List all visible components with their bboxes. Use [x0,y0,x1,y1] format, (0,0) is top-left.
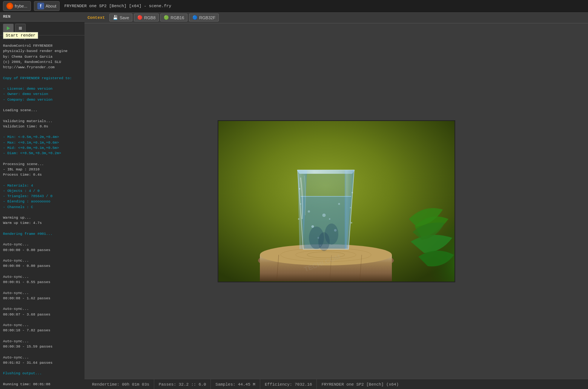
main-layout: REN Start render Render log RandomContro… [0,12,588,389]
start-render-button[interactable] [3,24,14,33]
rgb8-icon: 🔴 [137,15,143,20]
render-label: Render log [3,36,26,40]
log-line: Warm up time: 4.7s [3,221,81,226]
log-line: Running time: 00:01:08 [3,382,81,387]
log-line [3,237,81,242]
log-line [3,349,81,355]
log-line: 00:00:00 - 0.00 passes [3,263,81,269]
log-line: Auto-sync... [3,291,81,296]
log-line: 00:00:18 - 7.82 passes [3,328,81,333]
log-line: by: Chema Guerra Garcia [3,54,81,60]
log-line: (c) 2009, RandomControl SLU [3,60,81,65]
efficiency-label: Efficiency: [265,382,292,387]
log-line: http://www.fryrender.com [3,65,81,70]
rgb8-button[interactable]: 🔴 RGB8 [134,14,159,21]
samples-value: 44.45 M [238,382,255,387]
svg-point-22 [338,203,340,205]
render-label-area: Render log [0,35,84,41]
log-line: Auto-sync... [3,323,81,328]
rgb16-button[interactable]: 🟢 RGB16 [160,14,187,21]
render-controls: Start render [0,21,84,35]
log-line [3,129,81,135]
svg-point-29 [299,188,300,190]
play-icon [7,26,10,30]
log-line: 00:00:30 - 15.59 passes [3,344,81,349]
log-line [3,317,81,323]
log-line [3,285,81,290]
log-line: - Min: <-0.5m,+0.2m,+0.4m> [3,135,81,140]
log-line: Flushing output... [3,371,81,376]
efficiency-item: Efficiency: 7032.16 [260,379,317,389]
window-title: FRYRENDER one SP2 [Bench] [x64] - scene.… [64,4,171,8]
log-line: Processing scene... [3,162,81,167]
log-line: Warming up... [3,215,81,221]
log-line [3,366,81,371]
log-line: Loading scene... [3,108,81,113]
log-line: Copy of FRYRENDER registered to: [3,76,81,81]
rendertime-label: Rendertime: [92,382,120,387]
save-button[interactable]: 💾 Save [109,14,132,21]
efficiency-value: 7032.16 [295,382,312,387]
render-canvas: TECHI.COM [218,121,454,282]
passes-value: 32.2 :: 6.0 [179,382,206,387]
log-line [3,301,81,306]
save-label: Save [120,15,129,20]
log-line: Validating materials... [3,119,81,124]
log-line: 00:00:00 - 0.00 passes [3,248,81,253]
stop-icon [19,27,22,30]
log-line: - Triangles: 785643 / 0 [3,194,81,199]
log-line: - Mid: <+0.0m,+0.1m,+0.5m> [3,145,81,151]
frybe-icon [6,3,13,9]
log-line [3,113,81,118]
log-line [3,210,81,215]
log-line [3,103,81,108]
log-line [3,178,81,183]
svg-point-32 [352,192,353,193]
rgb8-label: RGB8 [144,15,155,20]
log-line: - Objects : 4 / 0 [3,188,81,194]
log-line: - Materials: 4 [3,183,81,188]
log-line: 00:00:01 - 0.55 passes [3,280,81,285]
log-line: - Diam: <+0.5m,+0.3m,+0.2m> [3,151,81,156]
log-line: 00:00:08 - 1.62 passes [3,296,81,301]
rgb32f-button[interactable]: 🔵 RGB32F [189,14,219,21]
passes-item: Passes: 32.2 :: 6.0 [154,379,211,389]
log-line [3,269,81,274]
svg-point-20 [329,218,330,220]
frybe-button[interactable]: frybe... [3,1,31,11]
log-area[interactable]: RandomControl FRYRENDERphysically-based … [0,41,84,389]
log-line: 00:00:07 - 3.68 passes [3,312,81,317]
stop-render-button[interactable] [15,24,26,33]
log-line: - License: demo version [3,86,81,92]
status-bar: Rendertime: 00h 01m 03s Passes: 32.2 :: … [84,379,588,389]
log-line: Auto-sync... [3,306,81,312]
facebook-icon: f [37,3,44,9]
log-line: Process time: 0.4s [3,172,81,178]
log-line: Auto-sync... [3,242,81,247]
svg-point-34 [351,222,352,224]
log-line [3,226,81,231]
render-image-container: TECHI.COM [218,120,455,282]
log-line: - Blending : aoooooooo [3,199,81,204]
rgb16-label: RGB16 [170,15,184,20]
canvas-area: TECHI.COM [84,23,588,379]
ren-header: REN [0,12,84,21]
svg-point-33 [350,207,351,208]
svg-point-26 [318,232,330,251]
log-line [3,81,81,86]
log-line [3,70,81,75]
rgb16-icon: 🟢 [164,15,169,20]
about-button[interactable]: f About [34,1,60,11]
ren-label: REN [3,14,11,19]
log-line: - Owner: demo version [3,92,81,97]
app-name: FRYRENDER one SP2 [Bench] (x64) [321,382,399,387]
svg-point-16 [312,225,314,228]
render-svg: TECHI.COM [218,121,455,282]
log-line: - Channels : C [3,205,81,210]
log-line: Validation time: 0.0s [3,124,81,129]
log-line: RandomControl FRYRENDER [3,43,81,49]
about-label: About [46,4,57,8]
rendertime-value: 00h 01m 03s [122,382,149,387]
rendertime-item: Rendertime: 00h 01m 03s [88,379,154,389]
rgb32f-icon: 🔵 [192,15,198,20]
